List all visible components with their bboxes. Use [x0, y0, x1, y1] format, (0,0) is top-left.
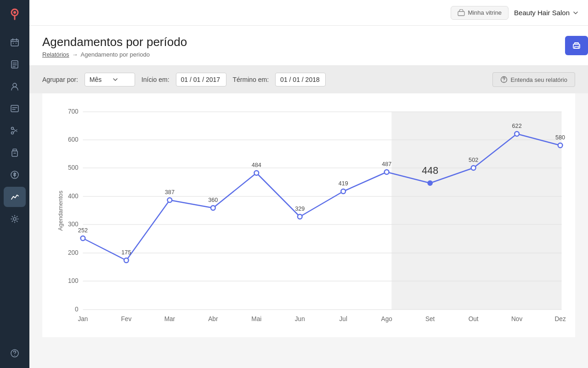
x-label-abr: Abr	[208, 315, 218, 322]
app-logo[interactable]	[6, 5, 24, 23]
x-label-fev: Fev	[121, 315, 132, 322]
x-label-ago: Ago	[381, 315, 393, 322]
svg-text:400: 400	[68, 192, 79, 200]
chart-point-jul	[341, 189, 345, 194]
chart-svg: 0 100 200 300 400 500 600 700 Agendament…	[56, 103, 571, 328]
chart-shaded-region	[391, 112, 561, 310]
chart-point-fev	[124, 258, 129, 263]
vitrine-button[interactable]: Minha vitrine	[451, 6, 509, 20]
chart-label-mai: 484	[252, 161, 261, 168]
salon-selector[interactable]: Beauty Hair Salon	[514, 9, 579, 17]
chart-label-mar: 387	[165, 189, 175, 196]
chart-label-jun: 329	[295, 205, 305, 212]
group-by-label: Agrupar por:	[42, 76, 78, 83]
svg-rect-2	[11, 40, 18, 46]
breadcrumb: Relatórios → Agendamento por periodo	[42, 51, 575, 58]
svg-rect-11	[12, 151, 17, 156]
sidebar-item-clients[interactable]	[4, 76, 26, 97]
chart-point-out	[471, 166, 476, 170]
svg-rect-16	[458, 12, 464, 16]
svg-point-4	[16, 43, 17, 44]
understand-label: Entenda seu relatório	[510, 76, 567, 83]
x-label-nov: Nov	[511, 315, 522, 322]
chart-point-jan	[81, 236, 85, 241]
chart-point-ago	[384, 170, 389, 174]
x-label-mar: Mar	[164, 315, 175, 322]
start-date-input[interactable]: 01 / 01 / 2017	[176, 73, 226, 86]
x-label-out: Out	[469, 315, 479, 322]
svg-text:Agendamentos: Agendamentos	[57, 190, 64, 230]
vitrine-label: Minha vitrine	[468, 9, 502, 16]
chart-label-ago: 487	[382, 161, 391, 167]
svg-text:300: 300	[68, 220, 79, 228]
sidebar-item-services[interactable]	[4, 98, 26, 119]
chart-label-out: 502	[469, 156, 478, 163]
x-label-jun: Jun	[295, 315, 305, 322]
x-label-set: Set	[425, 315, 435, 322]
main-content: Minha vitrine Beauty Hair Salon Agendame…	[29, 0, 588, 368]
chart-point-abr	[211, 206, 215, 210]
chart-point-mar	[168, 198, 172, 202]
group-by-select[interactable]: Mês	[85, 73, 135, 86]
sidebar-item-products[interactable]	[4, 143, 26, 163]
svg-text:200: 200	[68, 249, 79, 256]
svg-text:700: 700	[68, 108, 79, 115]
print-button[interactable]	[565, 36, 588, 55]
sidebar-item-reports-alt[interactable]	[4, 54, 26, 75]
filters-bar: Agrupar por: Mês Início em: 01 / 01 / 20…	[29, 66, 588, 93]
sidebar	[0, 0, 29, 368]
svg-point-18	[578, 46, 579, 46]
sidebar-item-scissors[interactable]	[4, 121, 26, 141]
svg-point-20	[504, 81, 504, 81]
chart-svg-wrapper: 0 100 200 300 400 500 600 700 Agendament…	[56, 103, 571, 328]
understand-report-button[interactable]: Entenda seu relatório	[492, 72, 575, 87]
svg-text:600: 600	[68, 136, 79, 143]
chart-point-dez	[558, 143, 563, 148]
sidebar-item-settings[interactable]	[4, 209, 26, 229]
svg-point-6	[13, 83, 17, 87]
breadcrumb-arrow: →	[72, 51, 78, 58]
svg-text:100: 100	[68, 277, 79, 284]
svg-text:0: 0	[75, 305, 79, 313]
chart-point-nov	[514, 132, 519, 136]
sidebar-help-button[interactable]	[4, 343, 26, 363]
chart-label-jul: 419	[339, 180, 348, 187]
svg-text:500: 500	[68, 164, 79, 171]
start-date-value: 01 / 01 / 2017	[181, 76, 220, 83]
sidebar-item-agenda[interactable]	[4, 32, 26, 52]
svg-point-3	[13, 43, 14, 44]
end-label: Término em:	[233, 76, 269, 83]
svg-point-15	[14, 355, 15, 356]
chart-label-set: 448	[422, 165, 438, 176]
x-label-jul: Jul	[339, 315, 347, 322]
x-label-jan: Jan	[78, 315, 88, 322]
salon-name: Beauty Hair Salon	[514, 9, 570, 17]
chart-container: 0 100 200 300 400 500 600 700 Agendament…	[42, 93, 575, 337]
svg-point-1	[13, 11, 16, 14]
sidebar-item-finance[interactable]	[4, 165, 26, 185]
sidebar-item-analytics[interactable]	[4, 187, 26, 207]
end-date-input[interactable]: 01 / 01 / 2018	[275, 73, 326, 86]
chart-point-jun	[298, 214, 302, 219]
page-title: Agendamentos por período	[42, 35, 575, 49]
page-header: Agendamentos por período Relatórios → Ag…	[29, 26, 588, 66]
breadcrumb-parent[interactable]: Relatórios	[42, 51, 69, 58]
group-by-value: Mês	[90, 76, 102, 83]
topbar: Minha vitrine Beauty Hair Salon	[29, 0, 588, 26]
chart-label-jan: 252	[78, 227, 88, 234]
end-date-value: 01 / 01 / 2018	[280, 76, 320, 83]
chart-label-dez: 580	[555, 134, 565, 141]
x-label-dez: Dez	[554, 315, 565, 322]
breadcrumb-current: Agendamento por periodo	[81, 51, 150, 58]
x-label-mai: Mai	[251, 315, 261, 322]
svg-point-13	[13, 218, 16, 220]
start-label: Início em:	[141, 76, 170, 83]
chart-point-set	[428, 181, 432, 185]
chart-point-mai	[254, 171, 259, 175]
chart-label-fev: 175	[121, 249, 131, 256]
page-content-area: Agendamentos por período Relatórios → Ag…	[29, 26, 588, 368]
chart-label-nov: 622	[512, 122, 522, 129]
svg-rect-7	[11, 105, 18, 112]
chart-label-abr: 360	[208, 196, 218, 203]
